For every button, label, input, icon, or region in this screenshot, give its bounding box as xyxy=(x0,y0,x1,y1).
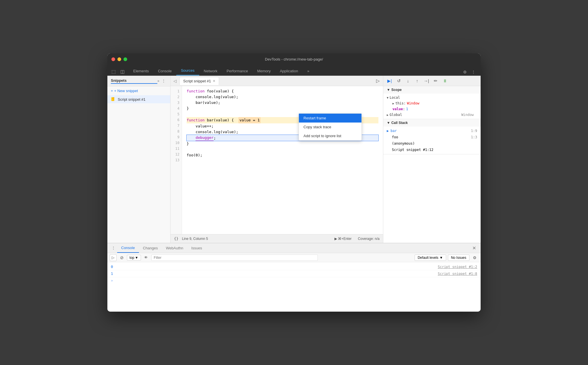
console-filter-input[interactable] xyxy=(151,255,318,261)
scope-local-header[interactable]: ▼ Local xyxy=(383,95,481,100)
context-menu-add-to-ignore[interactable]: Add script to ignore list xyxy=(299,131,361,140)
scope-global-row[interactable]: ▶ Global Window xyxy=(383,112,481,118)
eye-icon[interactable]: 👁 xyxy=(143,254,150,261)
bottom-panel: ⋮ Console Changes WebAuthn Issues ✕ ▷ ⊘ … xyxy=(107,243,481,312)
editor-tab-close[interactable]: ✕ xyxy=(213,79,215,83)
snippet-file-icon: >_ xyxy=(111,97,115,102)
call-stack-frame-snippet[interactable]: Script snippet #1:12 xyxy=(383,147,481,153)
console-settings-icon[interactable]: ⚙ xyxy=(471,255,478,261)
call-stack-toggle-icon: ▼ xyxy=(387,121,390,125)
editor-tab-right: ▷ xyxy=(374,77,382,85)
this-expand-icon[interactable]: ▶ xyxy=(392,102,394,105)
more-options-icon[interactable]: ⋮ xyxy=(470,69,477,75)
call-stack-header[interactable]: ▼ Call Stack xyxy=(383,119,481,127)
nav-back-button[interactable]: ◁ xyxy=(172,77,178,84)
resume-button[interactable]: ▶| xyxy=(386,77,394,85)
tab-network[interactable]: Network xyxy=(199,67,222,75)
new-snippet-button[interactable]: + + New snippet xyxy=(107,86,170,95)
run-command[interactable]: ▶ ⌘+Enter Coverage: n/a xyxy=(334,237,380,241)
right-panel: ▶| ↺ ↓ ↑ →| ✏ ⏸ ▼ Scope ▼ Local xyxy=(383,76,481,243)
main-tab-bar: ⬚ ◫ Elements Console Sources Network Per… xyxy=(107,65,481,76)
call-stack-frame-bar[interactable]: ▶ bar 1:9 xyxy=(383,128,481,134)
global-expand-icon[interactable]: ▶ xyxy=(387,113,388,117)
sidebar-header-icons: » ⋮ xyxy=(157,78,167,84)
code-line-2: console.log(value); xyxy=(187,94,378,100)
close-bottom-panel[interactable]: ✕ xyxy=(470,244,478,252)
step-into-button[interactable]: ↓ xyxy=(404,77,412,85)
cursor-icon[interactable]: ⬚ xyxy=(110,68,117,75)
close-button[interactable] xyxy=(111,57,115,61)
settings-icon[interactable]: ⚙ xyxy=(461,69,469,75)
run-console-button[interactable]: ▷ xyxy=(110,254,117,261)
value-key: value xyxy=(392,107,403,111)
tab-console[interactable]: Console xyxy=(153,67,176,75)
svg-rect-1 xyxy=(113,97,114,98)
top-selector[interactable]: top ▼ xyxy=(127,255,141,261)
editor-tab-label: Script snippet #1 xyxy=(183,79,211,83)
this-value: Window xyxy=(407,101,419,105)
code-line-4: } xyxy=(187,106,378,111)
tab-issues[interactable]: Issues xyxy=(187,244,206,253)
pause-button[interactable]: ⏸ xyxy=(441,77,449,85)
console-source-1[interactable]: Script snippet #1:8 xyxy=(438,272,477,276)
call-stack-frame-anon[interactable]: (anonymous) xyxy=(383,140,481,147)
maximize-button[interactable] xyxy=(123,57,127,61)
local-label: Local xyxy=(390,96,400,100)
default-levels-label: Default levels xyxy=(418,256,438,260)
console-source-0[interactable]: Script snippet #1:2 xyxy=(438,265,477,269)
local-expand-icon[interactable]: ▼ xyxy=(387,96,388,99)
deactivate-button[interactable]: ✏ xyxy=(432,77,440,85)
tab-more[interactable]: » xyxy=(303,67,314,75)
bottom-more-btn[interactable]: ⋮ xyxy=(110,243,117,253)
sidebar-title: Snippets xyxy=(111,78,157,84)
code-editor[interactable]: 1234 5678 910111213 function foo(value) … xyxy=(171,86,383,234)
code-content: function foo(value) { console.log(value)… xyxy=(182,86,383,234)
code-line-3: bar(value); xyxy=(187,100,378,106)
scope-header[interactable]: ▼ Scope xyxy=(383,86,481,94)
tab-memory[interactable]: Memory xyxy=(253,67,275,75)
main-tab-bar-right: ⚙ ⋮ xyxy=(458,69,481,75)
global-label: Global xyxy=(390,113,402,117)
tab-sources[interactable]: Sources xyxy=(176,66,199,75)
tab-changes[interactable]: Changes xyxy=(139,244,162,253)
code-lines: 1234 5678 910111213 function foo(value) … xyxy=(171,86,383,234)
snippet-item-label: Script snippet #1 xyxy=(118,97,146,102)
sidebar-more-button[interactable]: ⋮ xyxy=(160,78,167,84)
scope-content: ▼ Local ▶ this: Window value : 1 ▶ xyxy=(383,94,481,119)
console-prompt[interactable]: › xyxy=(107,277,481,284)
frame-foo-location: 1:3 xyxy=(471,135,477,139)
context-menu-copy-stack-trace[interactable]: Copy stack trace xyxy=(299,123,361,131)
prompt-arrow: › xyxy=(111,278,113,283)
svg-text:>_: >_ xyxy=(112,99,114,101)
call-stack-frame-foo[interactable]: foo 1:3 xyxy=(383,134,481,140)
tab-console-bottom[interactable]: Console xyxy=(117,243,139,253)
block-icon[interactable]: ⊘ xyxy=(118,254,125,261)
main-tabs: Elements Console Sources Network Perform… xyxy=(129,66,458,75)
step-over-button[interactable]: ↺ xyxy=(395,77,403,85)
snippet-item[interactable]: >_ Script snippet #1 xyxy=(107,95,170,103)
default-levels-arrow: ▼ xyxy=(440,256,443,260)
tab-performance[interactable]: Performance xyxy=(222,67,252,75)
code-line-1: function foo(value) { xyxy=(187,88,378,94)
window-title: DevTools - chrome://new-tab-page/ xyxy=(265,57,323,61)
tab-application[interactable]: Application xyxy=(275,67,303,75)
no-issues-button[interactable]: No Issues xyxy=(448,255,469,261)
context-menu-restart-frame[interactable]: Restart frame xyxy=(299,114,361,123)
default-levels-button[interactable]: Default levels ▼ xyxy=(415,255,446,261)
run-snippet-button[interactable]: ▷ xyxy=(374,77,382,85)
code-line-12: foo(0); xyxy=(187,152,378,158)
format-button[interactable]: {} xyxy=(174,236,179,241)
tab-elements[interactable]: Elements xyxy=(129,67,153,75)
code-line-10: } xyxy=(187,141,378,147)
sidebar-chevron[interactable]: » xyxy=(157,79,159,83)
tab-webauthn[interactable]: WebAuthn xyxy=(162,244,187,253)
scope-section: ▼ Scope ▼ Local ▶ this: Window value xyxy=(383,86,481,119)
console-toolbar: ▷ ⊘ top ▼ 👁 Default levels ▼ No Issues ⚙ xyxy=(107,253,481,262)
step-out-button[interactable]: ↑ xyxy=(413,77,421,85)
minimize-button[interactable] xyxy=(117,57,121,61)
step-button[interactable]: →| xyxy=(422,77,430,85)
device-icon[interactable]: ◫ xyxy=(119,68,126,75)
status-bar: {} Line 9, Column 5 ▶ ⌘+Enter Coverage: … xyxy=(171,234,383,243)
console-value-0: 0 xyxy=(111,265,113,269)
editor-tab[interactable]: Script snippet #1 ✕ xyxy=(179,77,219,85)
